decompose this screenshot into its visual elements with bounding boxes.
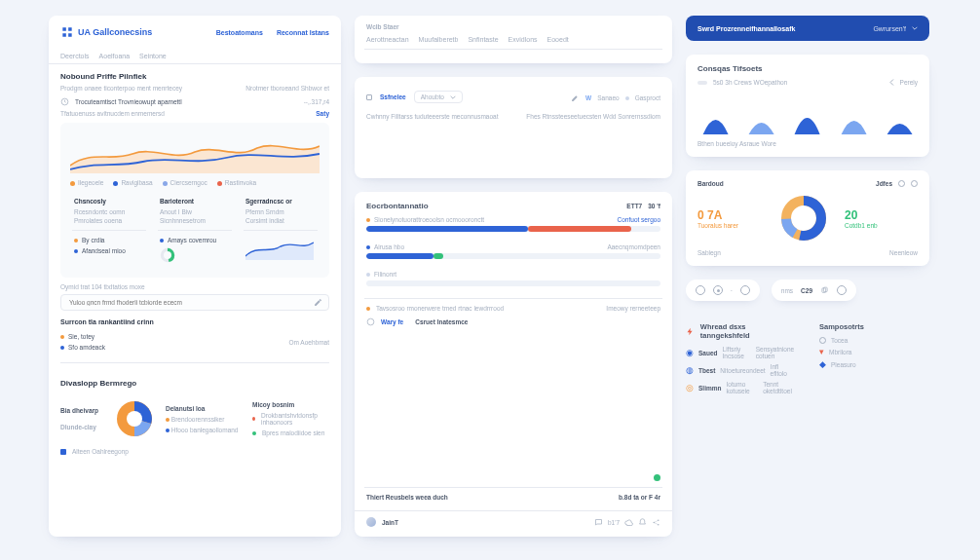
d-foot-l: Sablegn: [697, 249, 721, 256]
search-input-wrap[interactable]: [60, 294, 329, 311]
sub-nav: Deerctols Aoelfoana Seintone: [49, 49, 341, 64]
bolt-icon: [686, 327, 695, 336]
bar-chart-card: Ssfnelee Ahoubto W Sanaeo Gasproct: [355, 77, 672, 178]
status-block-title: Surrcon tla rankantiind crinn: [60, 318, 329, 325]
radio-b[interactable]: [911, 180, 918, 187]
radio-a[interactable]: [898, 180, 905, 187]
row4-right-toggle[interactable]: Saty: [316, 110, 329, 117]
row3-left: Trocuteamtisct Trovnieowupt apamettl: [75, 98, 182, 105]
doughnut-card: Bardoud Jdfes 0 7A Tuoralus harer: [686, 170, 929, 266]
chat-icon[interactable]: [594, 518, 603, 527]
legend-d: Rastinvoka: [225, 179, 256, 186]
toggle-a[interactable]: Sanaeo: [597, 94, 619, 101]
right-list-1: Whread dsxs tanngekshfeld ◉SauedLiftsriy…: [686, 322, 796, 398]
trend-bottom: Bthen bueeloy Asraue Wore: [697, 140, 918, 147]
svg-point-6: [654, 521, 656, 523]
detail-col-1: Chsncosly Rcesndontc oomn Pmrolates ooen…: [70, 194, 148, 268]
toggle-b[interactable]: Gasproct: [635, 94, 660, 101]
prog-bottom-v: b.8d ta or F 4r: [619, 494, 660, 501]
mtab-2[interactable]: Muufalberetb: [419, 36, 459, 43]
filter-title: Swrd Prozrenneifhannallosafk: [697, 25, 795, 32]
r2-item-3[interactable]: ◆Pleasuro: [819, 360, 929, 369]
search-hint: Oymid trat 104 tbdtatios moxe: [60, 283, 329, 290]
meta-right: Nrotmer tboroeand Shbwor et: [245, 85, 329, 92]
nav-tab-1[interactable]: Bestoatomans: [216, 29, 263, 36]
filter-bar: Swrd Prozrenneifhannallosafk Gwrursen'f: [686, 16, 929, 41]
pie-chart-icon: [113, 397, 156, 440]
prog-line-b[interactable]: Wary fe: [381, 318, 403, 325]
opt-a-1[interactable]: [696, 285, 705, 295]
mid-header-card: WcIb Staer Aerottneactan Muufalberetb Sn…: [355, 16, 672, 63]
mid-row-a: Cwhnny Filltarss tuduteeerste meconnusma…: [366, 113, 498, 120]
prog-line-b2: Csruet Inatesmce: [415, 318, 468, 325]
prog-1-label: Sionelynotuorattroeoolsn ocmoooronctt: [374, 216, 484, 223]
trend-sel[interactable]: Perely: [900, 79, 918, 86]
d-left-lab: Bardoud: [697, 180, 724, 187]
chevron-down-icon: [912, 25, 918, 31]
r2-item-2[interactable]: ▾Mbrilora: [819, 348, 929, 356]
d-right-sub: Cotdb1 enb: [845, 222, 918, 229]
subtab-1[interactable]: Deerctols: [60, 53, 90, 59]
area-chart-block: Ilegeoele Ravigibasa Ciercserngoc Rastin…: [60, 123, 329, 278]
mtab-4[interactable]: Exvidlons: [509, 36, 538, 43]
detail-col-2: Barioteront Anout I Biw Sicnhnnesetrom A…: [156, 194, 234, 268]
share-icon[interactable]: [652, 518, 660, 527]
r2-item-1[interactable]: Tocea: [819, 337, 929, 344]
copy-icon[interactable]: [820, 286, 829, 295]
circle-icon: [819, 337, 826, 344]
detail-col-3: Sgerradncsc or Pfemn Srndm Corsimt india…: [242, 194, 320, 268]
d-right-num: 20: [845, 208, 918, 222]
status-line-2: Sfo amdeack: [68, 344, 105, 351]
bell-icon[interactable]: [638, 518, 647, 527]
prog-1-right[interactable]: Confuot sergoo: [618, 216, 660, 223]
status-line-1: Sie, totey: [68, 333, 94, 340]
subtab-3[interactable]: Seintone: [139, 53, 167, 59]
select-pill[interactable]: Ahoubto: [414, 91, 463, 103]
pill-group-a: ·: [686, 280, 760, 301]
prog-2-right: Aaecnqmomdpeen: [607, 243, 660, 250]
legend-b: Ravigibasa: [121, 179, 152, 186]
prev-icon[interactable]: [889, 79, 894, 86]
section-title: Nobound Priffe Pilnfiek: [60, 72, 329, 81]
r1-item-1[interactable]: ◉SauedLiftsriy IncsoseSensyatnione cotue…: [686, 346, 796, 359]
right-list-2: Samposotrts Tocea ▾Mbrilora ◆Pleasuro: [819, 322, 929, 398]
subtab-2[interactable]: Aoelfoana: [99, 53, 131, 59]
prog-2-label: Airusa hbo: [374, 243, 404, 250]
r1-item-2[interactable]: ◍TbestNitoetureondeetInfl efltolo: [686, 363, 796, 377]
prog-3-label: Filinonrt: [374, 271, 396, 278]
checkbox[interactable]: [366, 94, 372, 100]
pencil-icon[interactable]: [314, 298, 322, 307]
search-input[interactable]: [67, 298, 308, 307]
avatar-icon[interactable]: [366, 517, 376, 527]
user-icon: ◉: [686, 349, 694, 357]
mtab-3[interactable]: Snfintaste: [468, 36, 498, 43]
pencil-icon[interactable]: [571, 93, 580, 102]
opt-a-3[interactable]: [740, 285, 750, 295]
filter-cta[interactable]: Gwrursen'f: [873, 25, 918, 32]
down-arrow-icon: ▾: [819, 348, 824, 356]
progress-bar-1: [366, 226, 660, 232]
mtab-1[interactable]: Aerottneactan: [366, 36, 409, 43]
panel-overview: UA Gallconecsins Bestoatomans Reconnat I…: [49, 16, 341, 537]
progress-title: Eocrbontannatio: [366, 202, 429, 210]
prog-line-a: Tavsosroo rmonerwere tmed rtnac lewdrrro…: [376, 305, 504, 312]
check-label: Ssfnelee: [380, 93, 406, 100]
pill-b-1: C29: [801, 287, 812, 294]
bar-chart: [366, 126, 660, 168]
opt-b-1[interactable]: [837, 285, 847, 295]
chevron-down-icon: [450, 94, 456, 100]
nav-tab-2[interactable]: Reconnat Istans: [277, 29, 329, 36]
mtab-5[interactable]: Eooedt: [547, 36, 569, 43]
brand-logo: UA Gallconecsins: [60, 25, 152, 39]
cloud-icon[interactable]: [624, 518, 633, 527]
progress-bar-3: [366, 280, 660, 286]
column-right: Swrd Prozrenneifhannallosafk Gwrursen'f …: [686, 16, 929, 537]
d-left-num: 0 7A: [697, 208, 771, 222]
opt-a-2[interactable]: [713, 285, 723, 295]
mini-doughnut-icon: [160, 247, 175, 263]
row4-left: Tfatuoenuss avitnucdem enmemersd: [60, 110, 165, 117]
mid-tab-label: WcIb Staer: [366, 23, 660, 30]
d-right-lab: Jdfes: [876, 180, 892, 187]
pill-b-0: nms: [781, 287, 793, 294]
r1-item-3[interactable]: ◎SlimmnIotumo kotuseieTennt oketdtltoel: [686, 381, 796, 394]
